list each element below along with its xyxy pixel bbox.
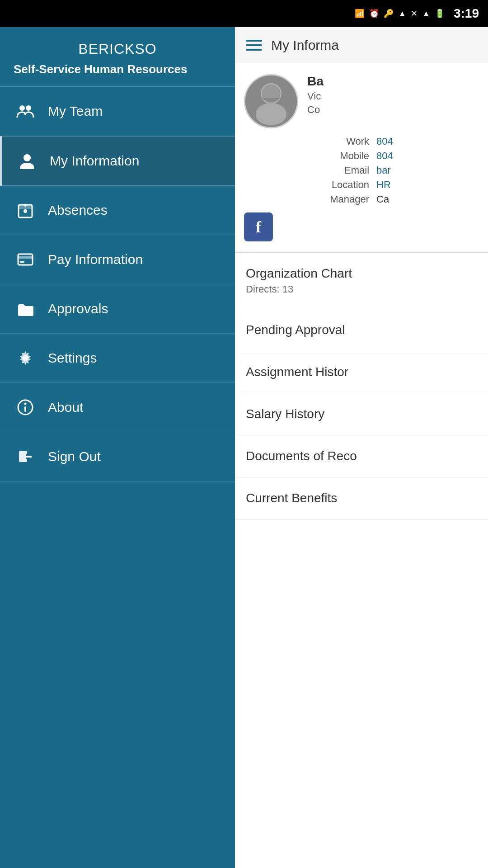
my-team-label: My Team (48, 104, 103, 119)
svg-rect-8 (18, 256, 33, 259)
profile-subtitle-1: Vic (307, 90, 479, 102)
hamburger-line-3 (246, 49, 262, 51)
status-time: 3:19 (454, 6, 479, 21)
sidebar-item-about[interactable]: About (0, 383, 235, 432)
facebook-button[interactable]: f (244, 212, 273, 241)
pending-approval-title: Pending Approval (246, 323, 477, 337)
avatar (244, 74, 298, 128)
section-pending-approval[interactable]: Pending Approval (235, 309, 488, 351)
location-value[interactable]: HR (376, 179, 479, 191)
sidebar-item-settings[interactable]: Settings (0, 334, 235, 383)
documents-of-record-title: Documents of Reco (246, 449, 477, 463)
info-icon (14, 396, 37, 419)
right-panel-title: My Informa (271, 38, 339, 53)
svg-rect-9 (20, 261, 24, 263)
svg-point-1 (26, 105, 31, 111)
sidebar-item-my-information[interactable]: My Information (0, 136, 235, 186)
work-phone[interactable]: 804 (376, 136, 479, 147)
work-label: Work (244, 136, 369, 147)
right-panel: My Informa Ba Vic (235, 27, 488, 868)
salary-history-title: Salary History (246, 407, 477, 421)
mobile-phone[interactable]: 804 (376, 150, 479, 162)
profile-name-area: Ba Vic Co (307, 74, 479, 116)
settings-label: Settings (48, 350, 97, 366)
section-assignment-history[interactable]: Assignment Histor (235, 351, 488, 393)
absences-icon (14, 198, 37, 222)
mobile-label: Mobile (244, 150, 369, 162)
section-current-benefits[interactable]: Current Benefits (235, 477, 488, 519)
sidebar-item-absences[interactable]: Absences (0, 186, 235, 235)
svg-rect-6 (24, 204, 26, 207)
hamburger-line-1 (246, 40, 262, 42)
right-header: My Informa (235, 27, 488, 63)
person-icon (15, 149, 39, 173)
nfc-icon: 📶 (355, 9, 365, 19)
facebook-icon: f (256, 217, 261, 236)
svg-point-0 (19, 105, 25, 111)
main-layout: BERICKSO Self-Service Human Resources My… (0, 27, 488, 868)
folder-icon (14, 297, 37, 321)
sidebar-item-sign-out[interactable]: Sign Out (0, 432, 235, 481)
status-icons: 📶 ⏰ 🔑 ▲ ✕ ▲ 🔋 3:19 (355, 6, 479, 21)
gear-icon (14, 346, 37, 370)
signal-x-icon: ✕ (411, 9, 418, 19)
email-value[interactable]: bar (376, 165, 479, 176)
section-salary-history[interactable]: Salary History (235, 393, 488, 435)
my-information-label: My Information (50, 153, 139, 169)
email-label: Email (244, 165, 369, 176)
sidebar-item-pay-information[interactable]: Pay Information (0, 235, 235, 284)
absences-label: Absences (48, 203, 108, 218)
assignment-history-title: Assignment Histor (246, 365, 477, 379)
profile-details: Work 804 Mobile 804 Email bar Location H… (244, 136, 479, 205)
status-bar: 📶 ⏰ 🔑 ▲ ✕ ▲ 🔋 3:19 (0, 0, 488, 27)
org-chart-subtitle: Directs: 13 (246, 283, 477, 295)
alarm-icon: ⏰ (369, 9, 379, 19)
sidebar-username: BERICKSO (14, 41, 221, 57)
manager-label: Manager (244, 193, 369, 205)
signout-icon (14, 445, 37, 468)
svg-rect-13 (24, 406, 26, 412)
team-icon (14, 99, 37, 123)
battery-icon: 🔋 (435, 9, 445, 19)
current-benefits-title: Current Benefits (246, 491, 477, 505)
svg-rect-15 (25, 456, 32, 458)
svg-point-12 (24, 402, 27, 405)
profile-top: Ba Vic Co (244, 74, 479, 128)
profile-name: Ba (307, 74, 479, 89)
right-content-list: Organization Chart Directs: 13 Pending A… (235, 253, 488, 868)
sidebar: BERICKSO Self-Service Human Resources My… (0, 27, 235, 868)
location-label: Location (244, 179, 369, 191)
sidebar-item-my-team[interactable]: My Team (0, 87, 235, 136)
pay-icon (14, 248, 37, 271)
approvals-label: Approvals (48, 301, 108, 316)
signal-icon: ▲ (422, 9, 430, 19)
hamburger-button[interactable] (246, 40, 262, 51)
sidebar-app-name: Self-Service Human Resources (14, 62, 221, 77)
svg-rect-7 (18, 254, 33, 265)
pay-information-label: Pay Information (48, 252, 143, 267)
wifi-icon: ▲ (398, 9, 406, 19)
org-chart-title: Organization Chart (246, 266, 477, 281)
svg-point-18 (256, 103, 286, 125)
sidebar-item-approvals[interactable]: Approvals (0, 284, 235, 334)
svg-point-2 (23, 154, 31, 161)
profile-social: f (244, 212, 479, 241)
manager-value: Ca (376, 193, 479, 205)
svg-point-5 (23, 209, 27, 213)
sign-out-label: Sign Out (48, 449, 101, 464)
sidebar-nav: My Team My Information (0, 87, 235, 868)
about-label: About (48, 400, 83, 415)
key-icon: 🔑 (384, 9, 394, 19)
sidebar-header: BERICKSO Self-Service Human Resources (0, 27, 235, 87)
hamburger-line-2 (246, 44, 262, 46)
section-org-chart[interactable]: Organization Chart Directs: 13 (235, 253, 488, 309)
section-documents-of-record[interactable]: Documents of Reco (235, 435, 488, 477)
profile-card: Ba Vic Co Work 804 Mobile 804 Email bar … (235, 63, 488, 253)
profile-subtitle-2: Co (307, 104, 479, 116)
